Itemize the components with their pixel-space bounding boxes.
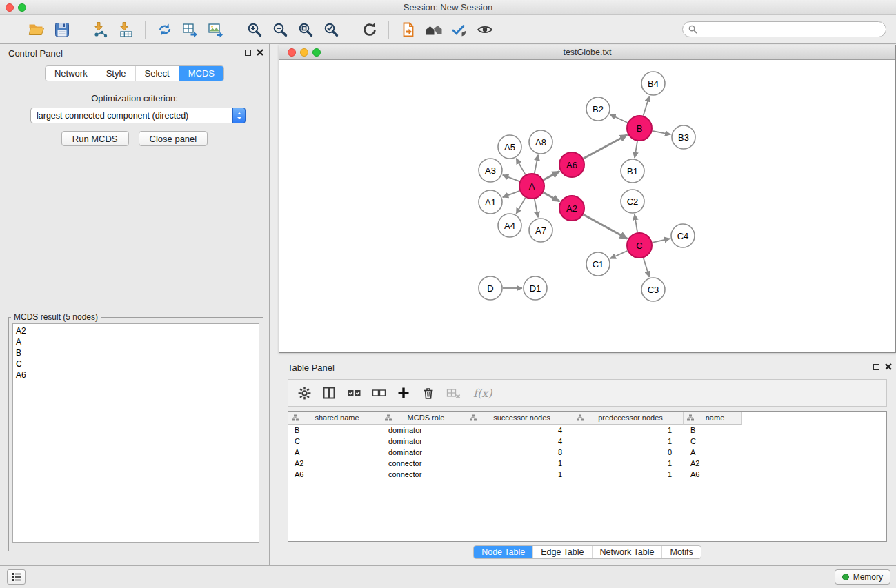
style-validate-button[interactable] (446, 19, 472, 41)
graph-node-C3[interactable]: C3 (641, 278, 665, 301)
search-box[interactable] (682, 21, 886, 37)
graph-edge-C-C2[interactable] (635, 214, 637, 232)
graph-edge-B-B4[interactable] (644, 96, 650, 116)
network-zoom-button[interactable] (312, 48, 321, 57)
graph-edge-A-A2[interactable] (544, 192, 560, 201)
delete-table-button[interactable] (443, 383, 464, 403)
zoom-fit-button[interactable] (292, 19, 318, 41)
result-item[interactable]: A2 (16, 325, 256, 336)
column-header-MCDS-role[interactable]: MCDS role (381, 412, 466, 425)
function-builder-button[interactable]: f(x) (473, 387, 492, 400)
network-window-titlebar[interactable]: testGlobe.txt (279, 45, 895, 60)
graph-node-C1[interactable]: C1 (586, 252, 610, 276)
column-header-shared-name[interactable]: shared name (288, 412, 381, 425)
table-row[interactable]: Bdominator41B (288, 425, 886, 436)
graph-node-B2[interactable]: B2 (586, 97, 610, 121)
save-session-button[interactable] (49, 19, 74, 41)
graph-node-B[interactable]: B (627, 116, 652, 141)
graph-edge-A-A8[interactable] (535, 155, 538, 174)
graph-node-A2[interactable]: A2 (559, 196, 584, 221)
graph-node-A7[interactable]: A7 (529, 219, 552, 242)
import-network-button[interactable] (88, 19, 113, 41)
network-overview-button[interactable] (421, 19, 446, 41)
result-item[interactable]: A (16, 336, 256, 347)
graph-node-C4[interactable]: C4 (671, 224, 695, 247)
graph-edge-A-A5[interactable] (516, 159, 525, 175)
close-panel-button[interactable]: Close panel (139, 131, 208, 146)
export-image-button[interactable] (203, 19, 228, 41)
float-panel-icon[interactable] (873, 364, 879, 370)
graph-node-A1[interactable]: A1 (479, 190, 502, 214)
graph-node-D1[interactable]: D1 (524, 276, 547, 300)
import-table-button[interactable] (113, 19, 139, 41)
deselect-all-button[interactable] (368, 383, 389, 403)
graph-node-A3[interactable]: A3 (479, 159, 502, 182)
graph-edge-B-B3[interactable] (653, 131, 671, 134)
graph-edge-A-A4[interactable] (516, 198, 525, 214)
zoom-in-button[interactable] (241, 19, 267, 41)
network-canvas[interactable]: B4B2BB3A5A8A6B1A3AC2A1A2A4A7C4CC1C3DD1 (279, 60, 895, 352)
result-item[interactable]: C (16, 358, 256, 369)
graph-node-B4[interactable]: B4 (641, 72, 665, 95)
search-input[interactable] (701, 25, 880, 34)
float-panel-icon[interactable] (245, 50, 251, 56)
zoom-window-button[interactable] (18, 3, 26, 12)
zoom-selected-button[interactable] (318, 19, 344, 41)
snapshot-button[interactable] (395, 19, 421, 41)
graph-node-B3[interactable]: B3 (672, 125, 695, 149)
network-graph[interactable]: B4B2BB3A5A8A6B1A3AC2A1A2A4A7C4CC1C3DD1 (279, 60, 895, 352)
graph-edge-A-A6[interactable] (544, 171, 560, 180)
zoom-out-button[interactable] (267, 19, 292, 41)
add-column-button[interactable] (393, 383, 414, 403)
tab-network-table[interactable]: Network Table (592, 546, 662, 558)
table-row[interactable]: A2connector11A2 (288, 458, 886, 469)
graph-node-A5[interactable]: A5 (498, 135, 521, 159)
close-window-button[interactable] (6, 3, 14, 12)
network-minimize-button[interactable] (300, 48, 308, 57)
graph-node-B1[interactable]: B1 (621, 159, 644, 183)
tab-select[interactable]: Select (135, 66, 179, 81)
graph-edge-B-B1[interactable] (635, 141, 637, 158)
graph-node-C[interactable]: C (627, 233, 652, 258)
run-mcds-button[interactable]: Run MCDS (61, 131, 129, 146)
result-item[interactable]: A6 (16, 369, 256, 381)
graph-node-A8[interactable]: A8 (529, 130, 552, 154)
tab-motifs[interactable]: Motifs (661, 546, 700, 558)
export-table-button[interactable] (177, 19, 203, 41)
graph-edge-A-A7[interactable] (535, 199, 538, 218)
dropdown-stepper-icon[interactable] (232, 108, 246, 123)
graph-edge-C-C1[interactable] (610, 251, 627, 258)
graph-edge-A2-C[interactable] (584, 214, 628, 239)
table-row[interactable]: Cdominator41C (288, 436, 886, 447)
graph-edge-A-A1[interactable] (503, 191, 520, 197)
graph-node-D[interactable]: D (479, 276, 502, 300)
graph-edge-C-C4[interactable] (653, 239, 670, 243)
tab-network[interactable]: Network (46, 66, 97, 81)
graph-edge-B-B2[interactable] (610, 114, 628, 123)
graph-edge-A6-B[interactable] (584, 135, 628, 159)
graph-edge-C-C3[interactable] (644, 258, 650, 277)
delete-column-button[interactable] (418, 383, 439, 403)
open-session-button[interactable] (23, 19, 49, 41)
column-header-successor-nodes[interactable]: successor nodes (466, 412, 573, 425)
table-settings-button[interactable] (294, 383, 315, 403)
close-panel-icon[interactable] (257, 49, 263, 56)
select-all-button[interactable] (344, 383, 364, 403)
column-header-name[interactable]: name (684, 412, 742, 425)
memory-button[interactable]: Memory (835, 569, 890, 585)
result-item[interactable]: B (16, 347, 256, 358)
graph-node-A6[interactable]: A6 (559, 152, 584, 177)
graph-node-C2[interactable]: C2 (621, 190, 644, 213)
show-column-button[interactable] (319, 383, 339, 403)
graph-edge-A-A3[interactable] (503, 175, 520, 181)
export-network-button[interactable] (152, 19, 177, 41)
tab-node-table[interactable]: Node Table (474, 546, 532, 558)
mcds-result-list[interactable]: A2ABCA6 (12, 323, 259, 543)
close-panel-icon[interactable] (885, 363, 892, 370)
table-row[interactable]: Adominator80A (288, 447, 886, 458)
show-panels-button[interactable] (7, 569, 26, 585)
tab-edge-table[interactable]: Edge Table (532, 546, 591, 558)
network-close-button[interactable] (288, 48, 296, 57)
apply-layout-button[interactable] (357, 19, 382, 41)
tab-style[interactable]: Style (97, 66, 135, 81)
